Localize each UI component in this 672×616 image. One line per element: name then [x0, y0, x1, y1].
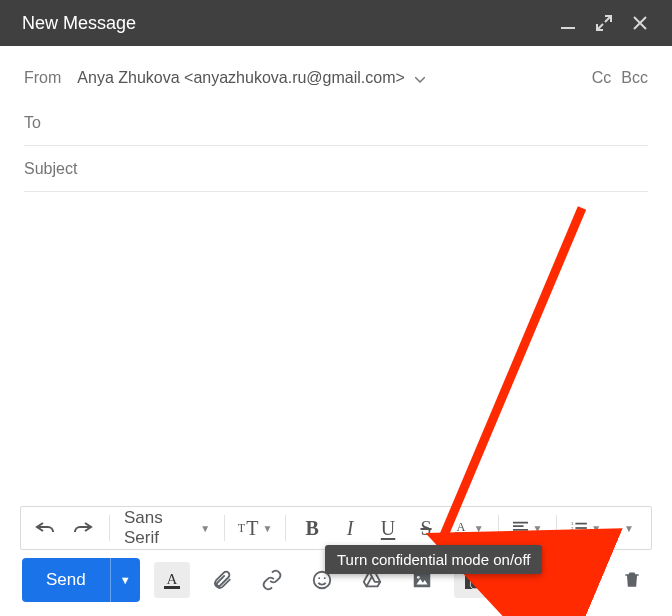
cc-button[interactable]: Cc — [592, 69, 612, 87]
svg-text:A: A — [456, 520, 465, 534]
svg-rect-14 — [413, 573, 430, 588]
svg-text:3: 3 — [571, 530, 574, 535]
bcc-button[interactable]: Bcc — [621, 69, 648, 87]
send-group: Send ▼ — [22, 558, 140, 602]
format-toolbar: Sans Serif ▼ TT ▼ B I U S A ▼ ▼ 123 ▼ ▼ … — [20, 506, 652, 550]
link-icon[interactable] — [254, 562, 290, 598]
chevron-down-icon: ▼ — [532, 523, 542, 534]
to-row[interactable]: To — [24, 100, 648, 146]
chevron-down-icon: ▼ — [474, 523, 484, 534]
expand-icon[interactable] — [590, 9, 618, 37]
from-value[interactable]: Anya Zhukova <anyazhukova.ru@gmail.com> — [77, 69, 405, 87]
underline-button[interactable]: U — [372, 511, 404, 545]
titlebar: New Message — [0, 0, 672, 46]
to-input[interactable] — [57, 114, 648, 132]
bold-button[interactable]: B — [296, 511, 328, 545]
svg-rect-8 — [576, 532, 587, 534]
svg-rect-7 — [576, 527, 587, 529]
align-button[interactable]: ▼ — [509, 511, 547, 545]
svg-rect-10 — [164, 586, 180, 589]
window-title: New Message — [22, 13, 546, 34]
from-row: From Anya Zhukova <anyazhukova.ru@gmail.… — [24, 56, 648, 100]
more-options-icon[interactable] — [564, 562, 600, 598]
trash-icon[interactable] — [614, 562, 650, 598]
svg-point-12 — [318, 577, 320, 579]
svg-text:A: A — [166, 571, 177, 587]
send-button[interactable]: Send — [22, 558, 110, 602]
svg-point-13 — [324, 577, 326, 579]
svg-point-20 — [580, 578, 584, 582]
text-format-toggle[interactable]: A — [154, 562, 190, 598]
svg-point-16 — [417, 576, 420, 579]
svg-point-11 — [313, 572, 330, 589]
minimize-icon[interactable] — [554, 9, 582, 37]
svg-rect-0 — [561, 27, 575, 29]
font-size-button[interactable]: TT ▼ — [235, 511, 275, 545]
headers: From Anya Zhukova <anyazhukova.ru@gmail.… — [0, 46, 672, 192]
chevron-down-icon: ▼ — [591, 523, 601, 534]
send-more-button[interactable]: ▼ — [110, 558, 140, 602]
subject-row[interactable] — [24, 146, 648, 192]
svg-point-21 — [580, 584, 584, 588]
redo-icon[interactable] — [67, 511, 99, 545]
svg-rect-2 — [455, 532, 467, 535]
from-label: From — [24, 69, 61, 87]
to-label: To — [24, 114, 41, 132]
more-format-button[interactable]: ▼ — [611, 511, 643, 545]
close-icon[interactable] — [626, 9, 654, 37]
text-color-button[interactable]: A ▼ — [448, 511, 488, 545]
svg-point-19 — [580, 572, 584, 576]
italic-button[interactable]: I — [334, 511, 366, 545]
font-family-label: Sans Serif — [124, 508, 196, 548]
strike-button[interactable]: S — [410, 511, 442, 545]
list-button[interactable]: 123 ▼ — [567, 511, 605, 545]
subject-input[interactable] — [24, 160, 648, 178]
font-family-select[interactable]: Sans Serif ▼ — [120, 511, 214, 545]
chevron-down-icon[interactable] — [415, 69, 425, 87]
chevron-down-icon: ▼ — [262, 523, 272, 534]
tooltip: Turn confidential mode on/off — [325, 545, 542, 574]
svg-rect-6 — [576, 523, 587, 525]
undo-icon[interactable] — [29, 511, 61, 545]
message-body[interactable] — [0, 192, 672, 506]
chevron-down-icon: ▼ — [200, 523, 210, 534]
attach-icon[interactable] — [204, 562, 240, 598]
